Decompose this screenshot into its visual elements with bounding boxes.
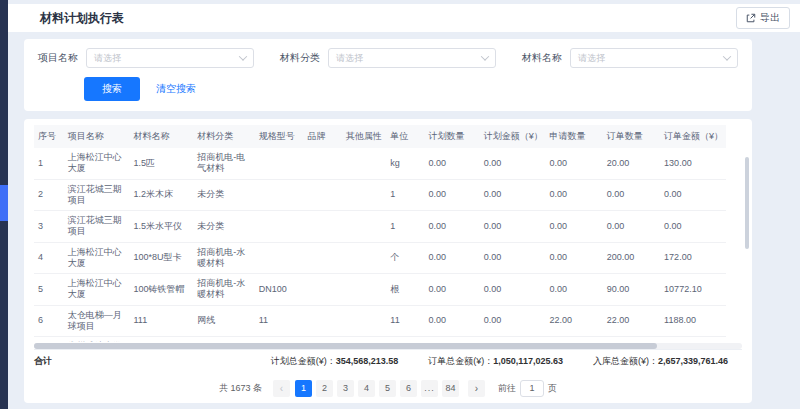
- table-cell: 0.00: [480, 242, 546, 274]
- material-name-placeholder: 请选择: [578, 52, 605, 65]
- filter-actions: 搜索 清空搜索: [38, 77, 738, 101]
- table-cell: 22.00: [545, 305, 602, 337]
- table-cell: [304, 274, 342, 306]
- table-row[interactable]: 3滨江花城三期项目1.5米水平仪未分类10.000.000.000.000.00: [34, 211, 726, 243]
- prev-page-button[interactable]: ‹: [273, 380, 290, 397]
- next-page-button[interactable]: ›: [468, 380, 485, 397]
- table-cell: [304, 148, 342, 179]
- table-cell: [304, 305, 342, 337]
- goto-prefix-label: 前往: [498, 382, 516, 395]
- summary-total-label: 合计: [34, 355, 52, 368]
- table-cell: [342, 242, 387, 274]
- page-button[interactable]: 3: [337, 380, 354, 397]
- column-header: 计划金额（¥）: [480, 125, 546, 148]
- table-cell: 3: [34, 211, 64, 243]
- table-cell: [255, 148, 304, 179]
- table-cell: [255, 179, 304, 211]
- table-cell: 未分类: [193, 179, 255, 211]
- table-cell: 0.00: [425, 274, 480, 306]
- page-list: 123456...84: [295, 380, 463, 397]
- table-cell: 招商机电-水暖材料: [193, 242, 255, 274]
- table-cell: 2: [34, 179, 64, 211]
- chevron-down-icon: [723, 52, 731, 60]
- column-header: 单位: [386, 125, 424, 148]
- material-category-select[interactable]: 请选择: [328, 48, 496, 68]
- table-cell: 10.00: [425, 337, 480, 343]
- table-cell: 0.00: [480, 274, 546, 306]
- table-cell: 0.00: [425, 179, 480, 211]
- table-cell: 0.00: [603, 179, 660, 211]
- page-button[interactable]: 4: [358, 380, 375, 397]
- table-cell: 招商机电-水暖材料: [193, 274, 255, 306]
- table-cell: 123: [130, 337, 194, 343]
- export-icon: [746, 13, 756, 23]
- table-row[interactable]: 7常州盛达大学生公寓新建123不锈钢*米重10.00200000.0011.00…: [34, 337, 726, 343]
- table-cell: 0.00: [425, 242, 480, 274]
- table-cell: 0.00: [480, 179, 546, 211]
- table-cell: 个: [386, 242, 424, 274]
- table-cell: 上海松江中心大厦: [64, 148, 130, 179]
- table-cell: [342, 211, 387, 243]
- page-button[interactable]: 5: [379, 380, 396, 397]
- table-cell: 常州盛达大学生公寓新建: [64, 337, 130, 343]
- table-cell: 0.00: [480, 148, 546, 179]
- table-row[interactable]: 1上海松江中心大厦1.5匹招商机电-电气材料kg0.000.000.0020.0…: [34, 148, 726, 179]
- table-cell: [255, 211, 304, 243]
- project-name-select[interactable]: 请选择: [86, 48, 254, 68]
- table-cell: 6: [34, 305, 64, 337]
- export-button[interactable]: 导出: [736, 7, 790, 29]
- table-cell: 4: [34, 242, 64, 274]
- table-cell: [342, 179, 387, 211]
- table-cell: 0.00: [660, 211, 726, 243]
- table-row[interactable]: 5上海松江中心大厦100铸铁管帽招商机电-水暖材料DN100根0.000.000…: [34, 274, 726, 306]
- table-row[interactable]: 6太仓电梯—月球项目111网线11110.000.0022.0022.00118…: [34, 305, 726, 337]
- page-header: 材料计划执行表 导出: [8, 4, 800, 32]
- table-cell: 90.00: [603, 274, 660, 306]
- page-title: 材料计划执行表: [40, 10, 124, 27]
- page-button[interactable]: 84: [442, 380, 459, 397]
- table-cell: 0.00: [660, 337, 726, 343]
- table-cell: 200.00: [603, 242, 660, 274]
- page-button[interactable]: 1: [295, 380, 312, 397]
- table-cell: 20.00: [603, 148, 660, 179]
- table-cell: 1: [386, 211, 424, 243]
- table-cell: 0.00: [603, 337, 660, 343]
- table-cell: 0.00: [545, 211, 602, 243]
- table-cell: 22.00: [603, 305, 660, 337]
- clear-search-button[interactable]: 清空搜索: [156, 82, 196, 96]
- table-cell: [342, 305, 387, 337]
- inbound-total: 入库总金额(¥)：2,657,339,761.46: [593, 355, 728, 368]
- goto-page-input[interactable]: [520, 380, 544, 397]
- horizontal-scrollbar[interactable]: [34, 343, 742, 349]
- vertical-scrollbar[interactable]: [745, 157, 749, 249]
- table-cell: 1.5匹: [130, 148, 194, 179]
- filter-group-project: 项目名称 请选择: [38, 48, 254, 68]
- table-cell: 1: [34, 148, 64, 179]
- table-cell: 172.00: [660, 242, 726, 274]
- page-button[interactable]: 2: [316, 380, 333, 397]
- table-cell: 10772.10: [660, 274, 726, 306]
- pagination-total: 共 1673 条: [219, 382, 262, 395]
- filter-row: 项目名称 请选择 材料分类 请选择 材料名称 请选择: [38, 48, 738, 68]
- table-row[interactable]: 4上海松江中心大厦100*8U型卡招商机电-水暖材料个0.000.000.002…: [34, 242, 726, 274]
- table-cell: 滨江花城三期项目: [64, 211, 130, 243]
- table-cell: 太仓电梯—月球项目: [64, 305, 130, 337]
- search-button[interactable]: 搜索: [84, 77, 140, 101]
- table-cell: [304, 179, 342, 211]
- table-cell: 0.00: [660, 179, 726, 211]
- column-header: 计划数量: [425, 125, 480, 148]
- table-cell: 130.00: [660, 148, 726, 179]
- table-cell: [342, 148, 387, 179]
- table-row[interactable]: 2滨江花城三期项目1.2米木床未分类10.000.000.000.000.00: [34, 179, 726, 211]
- page-button[interactable]: 6: [400, 380, 417, 397]
- horizontal-scrollbar-thumb[interactable]: [34, 343, 657, 349]
- summary-values: 计划总金额(¥)：354,568,213.58 订单总金额(¥)：1,050,1…: [271, 355, 728, 368]
- page-ellipsis[interactable]: ...: [421, 380, 438, 397]
- filter-panel: 项目名称 请选择 材料分类 请选择 材料名称 请选择: [24, 39, 752, 111]
- table-cell: [304, 337, 342, 343]
- table-cell: 0.00: [425, 211, 480, 243]
- column-header: 项目名称: [64, 125, 130, 148]
- table-cell: 200000.00: [480, 337, 546, 343]
- table-panel: 序号项目名称材料名称材料分类规格型号品牌其他属性单位计划数量计划金额（¥）申请数…: [24, 119, 752, 403]
- material-name-select[interactable]: 请选择: [570, 48, 738, 68]
